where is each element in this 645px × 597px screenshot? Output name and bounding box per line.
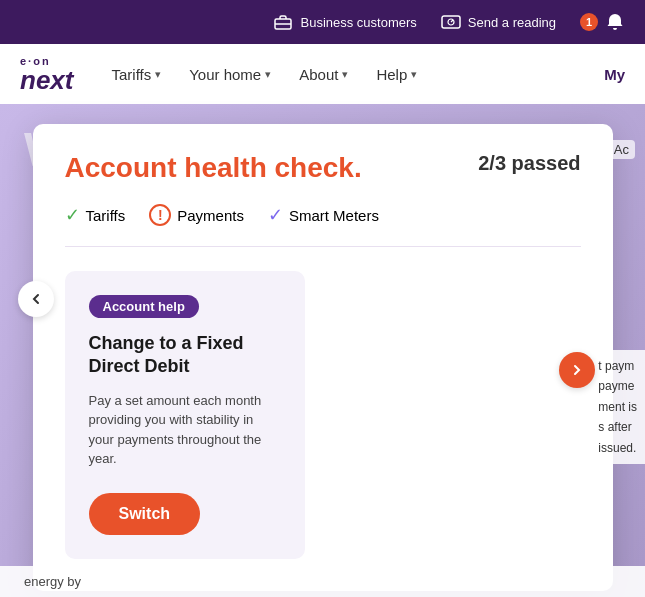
chevron-down-icon: ▾	[265, 68, 271, 81]
send-reading-link[interactable]: Send a reading	[441, 12, 556, 32]
check-smart-meters: ✓ Smart Meters	[268, 204, 379, 226]
modal-header: Account health check. 2/3 passed	[65, 152, 581, 184]
nav-tariffs-label: Tariffs	[111, 66, 151, 83]
card-title: Change to a Fixed Direct Debit	[89, 332, 281, 379]
notification-badge: 1	[580, 13, 598, 31]
nav-about-label: About	[299, 66, 338, 83]
logo[interactable]: e·on next	[20, 56, 73, 93]
nav-about[interactable]: About ▾	[299, 66, 348, 83]
check-smart-meters-label: Smart Meters	[289, 207, 379, 224]
right-payment-2: payme	[598, 376, 637, 396]
check-pass-icon: ✓	[65, 204, 80, 226]
account-help-card: Account help Change to a Fixed Direct De…	[65, 271, 305, 559]
check-tariffs-label: Tariffs	[86, 207, 126, 224]
right-payment-1: t paym	[598, 356, 637, 376]
chevron-down-icon: ▾	[155, 68, 161, 81]
health-check-modal: Account health check. 2/3 passed ✓ Tarif…	[33, 124, 613, 591]
modal-score: 2/3 passed	[478, 152, 580, 175]
nav-tariffs[interactable]: Tariffs ▾	[111, 66, 161, 83]
switch-button[interactable]: Switch	[89, 493, 201, 535]
right-payment-4: s after	[598, 417, 637, 437]
check-payments: ! Payments	[149, 204, 244, 226]
business-customers-link[interactable]: Business customers	[273, 12, 416, 32]
right-payment-3: ment is	[598, 397, 637, 417]
briefcase-icon	[273, 12, 293, 32]
nav-my[interactable]: My	[604, 66, 625, 83]
modal-overlay: Account health check. 2/3 passed ✓ Tarif…	[0, 104, 645, 597]
business-customers-label: Business customers	[300, 15, 416, 30]
bottom-strip: energy by	[0, 566, 645, 597]
top-bar: Business customers Send a reading 1	[0, 0, 645, 44]
card-description: Pay a set amount each month providing yo…	[89, 391, 281, 469]
chevron-down-icon: ▾	[411, 68, 417, 81]
check-tariffs: ✓ Tariffs	[65, 204, 126, 226]
modal-title: Account health check.	[65, 152, 362, 184]
nav-help-label: Help	[376, 66, 407, 83]
modal-checks: ✓ Tariffs ! Payments ✓ Smart Meters	[65, 204, 581, 247]
right-partial-ac: Ac	[608, 140, 635, 159]
notification-button[interactable]: 1	[580, 12, 625, 32]
nav-your-home-label: Your home	[189, 66, 261, 83]
right-payment-5: issued.	[598, 438, 637, 458]
bell-icon	[605, 12, 625, 32]
bottom-text: energy by	[24, 574, 81, 589]
send-reading-label: Send a reading	[468, 15, 556, 30]
right-payment-text: t paym payme ment is s after issued.	[590, 350, 645, 464]
chevron-down-icon: ▾	[342, 68, 348, 81]
nav-your-home[interactable]: Your home ▾	[189, 66, 271, 83]
logo-next: next	[20, 67, 73, 93]
card-tag: Account help	[89, 295, 199, 318]
svg-line-4	[451, 20, 453, 22]
warning-icon: !	[149, 204, 171, 226]
carousel-next-button[interactable]	[559, 352, 595, 388]
carousel-prev-button[interactable]	[18, 281, 54, 317]
check-payments-label: Payments	[177, 207, 244, 224]
meter-icon	[441, 12, 461, 32]
nav-help[interactable]: Help ▾	[376, 66, 417, 83]
nav-bar: e·on next Tariffs ▾ Your home ▾ About ▾ …	[0, 44, 645, 104]
check-pass2-icon: ✓	[268, 204, 283, 226]
